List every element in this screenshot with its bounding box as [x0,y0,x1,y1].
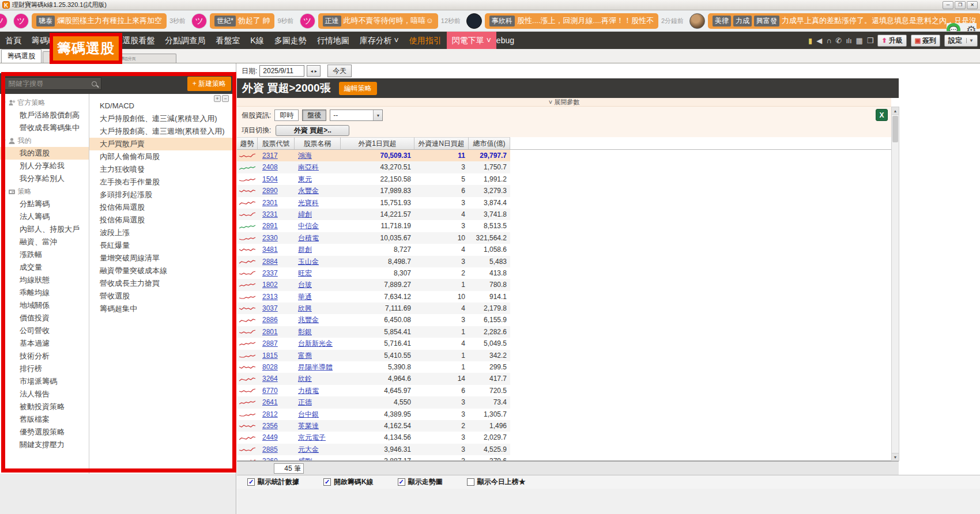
stock-tag[interactable]: 正達 [323,16,341,27]
sidebar-item-均線狀態[interactable]: 均線狀態 [0,274,89,286]
table-row[interactable]: 2884玉山金8,498.735,483 [237,256,510,267]
display-option-顯示統計數據[interactable]: ✓顯示統計數據 [247,477,299,487]
strategy-item-大戶持股創低、連三減(累積登入用)[interactable]: 大戶持股創低、連三減(累積登入用) [89,112,236,125]
ticker-item[interactable]: 聰泰爛股照樣主力有種拉上來再加空3秒前 [13,13,186,29]
nav-item-K線[interactable]: K線 [245,32,269,49]
realtime-toggle[interactable]: 即時 [274,109,299,121]
edit-strategy-button[interactable]: 編輯策略 [339,82,377,95]
stock-code-link[interactable]: 2812 [262,410,278,418]
nav-item-籌碼選股[interactable]: 籌碼選股 [66,32,109,49]
chat-bubble-icon[interactable]: 💬 [947,23,960,32]
column-header-趨勢[interactable]: 趨勢 [237,137,258,149]
table-row[interactable]: 3231緯創14,221.5743,741.8 [237,209,510,220]
strategy-item-左手換右手作量股[interactable]: 左手換右手作量股 [89,176,236,188]
tree-group-我的[interactable]: ▾我的 [0,134,89,147]
sidebar-item-融資、當沖[interactable]: 融資、當沖 [0,236,89,248]
table-row[interactable]: 1815富喬5,410.551342.2 [237,350,510,361]
stock-code-link[interactable]: 2884 [262,258,278,266]
table-row[interactable]: 2313華通7,634.1210914.1 [237,291,510,303]
stock-code-link[interactable]: 3231 [262,210,278,218]
stock-code-link[interactable]: 2337 [262,269,278,277]
expand-params-toggle[interactable]: ˅ 展開參數 [237,98,891,107]
table-row[interactable]: 2641正德4,550373.4 [237,396,510,408]
tab-密技實戰選股教學專區分頁[interactable]: 密技實戰選股教學專區分頁 [84,54,176,63]
scroll-up-icon[interactable]: ▲ [892,107,899,115]
nav-item-使用指引[interactable]: 使用指引 [404,32,447,49]
column-header-總市值(億)[interactable]: 總市值(億) [469,137,510,149]
stock-name-link[interactable]: 富喬 [298,352,312,360]
stock-name-link[interactable]: 英業達 [298,422,319,430]
expander-icon[interactable]: ▾ [3,96,6,109]
stock-name-link[interactable]: 中信金 [298,222,319,230]
checkbox-icon[interactable]: ✓ [247,478,255,486]
expander-icon[interactable]: ▾ [3,134,6,147]
table-row[interactable]: 2891中信金11,718.1938,513.5 [237,220,510,232]
ticker-item[interactable]: 事欣科股性....漲上，回測月線....再彈！！股性不2分鐘前 [466,13,684,29]
stock-name-link[interactable]: 欣興 [298,304,312,312]
column-header-股票名稱[interactable]: 股票名稱 [295,137,341,149]
table-row[interactable]: 3264欣銓4,964.614417.7 [237,373,510,384]
sidebar-item-我分享給別人[interactable]: 我分享給別人 [0,172,89,185]
vertical-scrollbar[interactable]: ▲ ▼ [891,107,899,461]
tree-group-官方策略[interactable]: ▾官方策略 [0,96,89,109]
nav-item-行情地圖[interactable]: 行情地圖 [312,32,355,49]
stock-code-link[interactable]: 1802 [262,281,278,289]
stock-code-link[interactable]: 3481 [262,245,278,254]
strategy-item-營收選股[interactable]: 營收選股 [89,290,236,303]
stock-code-link[interactable]: 2356 [262,422,278,430]
sidebar-item-乖離均線[interactable]: 乖離均線 [0,286,89,299]
stock-name-link[interactable]: 鴻海 [298,152,312,160]
window-layout-icon[interactable]: ❒ [867,36,874,45]
table-row[interactable]: 2449京元電子4,134.5632,029.7 [237,432,510,443]
qr-code-icon[interactable]: ▦ [856,36,863,45]
expander-icon[interactable]: ▾ [3,185,6,198]
nav-item-分點調查局[interactable]: 分點調查局 [160,32,210,49]
strategy-item-量增突破周線清單[interactable]: 量增突破周線清單 [89,252,236,264]
table-row[interactable]: 2356英業達4,162.5421,496 [237,420,510,432]
minimize-button[interactable]: ─ [943,1,953,9]
export-excel-icon[interactable]: X [876,109,888,121]
table-row[interactable]: 2317鴻海70,509.311129,797.7 [237,150,510,161]
new-strategy-button[interactable]: + 新建策略 [187,77,231,91]
stock-code-link[interactable]: 2885 [262,445,278,453]
table-row[interactable]: 3037欣興7,111.6942,179.8 [237,303,510,314]
stock-name-link[interactable]: 欣銓 [298,375,312,383]
sidebar-item-市場派籌碼[interactable]: 市場派籌碼 [0,375,89,388]
sidebar-item-關鍵支撐壓力[interactable]: 關鍵支撐壓力 [0,439,89,451]
table-row[interactable]: 2890永豐金17,989.8363,279.3 [237,185,510,196]
close-button[interactable]: ✕ [967,1,978,9]
stock-code-link[interactable]: 2890 [262,187,278,195]
next-day-icon[interactable]: ▸ [315,69,317,74]
strategy-item-大戶持股創高、連三週增(累積登入用)[interactable]: 大戶持股創高、連三週增(累積登入用) [89,125,236,138]
stock-code-link[interactable]: 2313 [262,293,278,301]
display-option-顯示走勢圖[interactable]: ✓顯示走勢圖 [398,477,443,487]
stock-name-link[interactable]: 玉山金 [298,258,319,266]
sidebar-item-舊版檔案[interactable]: 舊版檔案 [0,413,89,426]
stock-code-link[interactable]: 8028 [262,363,278,371]
phone-icon[interactable]: ▮ [808,36,812,45]
stock-code-link[interactable]: 2887 [262,339,278,347]
table-row[interactable]: 3260威剛3,887.173379.6 [237,455,510,461]
today-button[interactable]: 今天 [327,65,352,77]
column-header-外資連N日買超[interactable]: 外資連N日買超 [414,137,469,149]
strategy-item-長紅爆量[interactable]: 長紅爆量 [89,239,236,252]
checkbox-icon[interactable]: ✓ [398,478,405,486]
stock-name-link[interactable]: 光寶科 [298,199,319,207]
tree-group-策略[interactable]: ▾策略 [0,185,89,198]
strategy-item-波段上漲[interactable]: 波段上漲 [89,226,236,239]
table-row[interactable]: 2812台中銀4,389.9531,305.7 [237,409,510,420]
stock-name-link[interactable]: 彰銀 [298,328,312,336]
stock-code-link[interactable]: 3264 [262,375,278,383]
table-row[interactable]: 2887台新新光金5,716.4145,049.5 [237,338,510,349]
sidebar-item-被動投資策略[interactable]: 被動投資策略 [0,400,89,413]
stock-name-link[interactable]: 元大金 [298,445,319,453]
expand-all-button[interactable]: + [214,95,221,102]
headset-icon[interactable]: ∩ [826,36,831,45]
scroll-thumb[interactable] [892,116,898,142]
sidebar-item-技術分析[interactable]: 技術分析 [0,350,89,362]
sidebar-item-公司營收[interactable]: 公司營收 [0,324,89,337]
info-dropdown[interactable]: -- ▼ [330,109,383,121]
strategy-item-投信佈局選股[interactable]: 投信佈局選股 [89,201,236,214]
stock-code-link[interactable]: 1504 [262,175,278,183]
stock-code-link[interactable]: 6770 [262,387,278,395]
